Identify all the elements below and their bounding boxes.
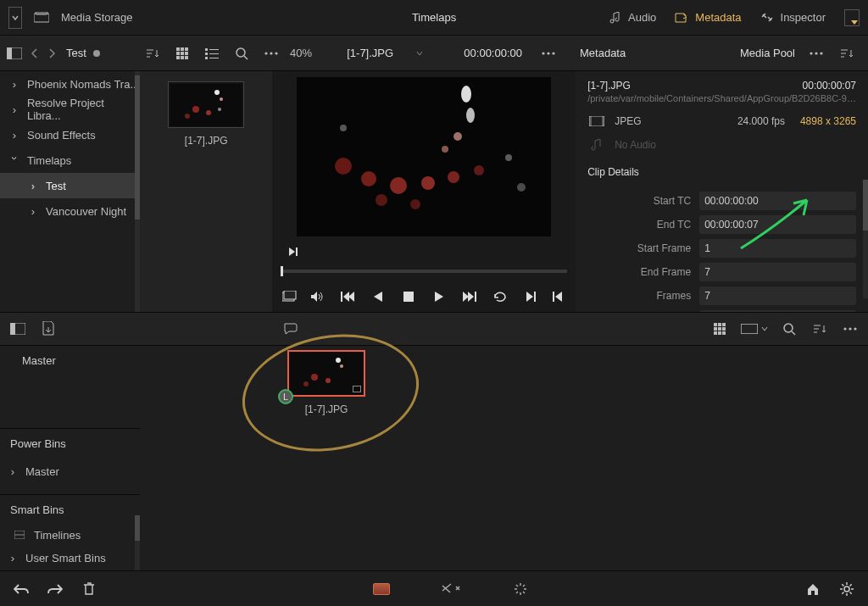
sort-icon[interactable]	[144, 44, 162, 63]
svg-point-22	[552, 52, 554, 54]
power-bins-header[interactable]: Power Bins	[0, 428, 140, 459]
clip-details-header[interactable]: Clip Details	[587, 166, 856, 178]
meta-filename: [1-7].JPG	[587, 80, 631, 92]
pool-more-icon[interactable]	[841, 320, 860, 338]
annotation-icon[interactable]	[281, 320, 300, 338]
play-icon[interactable]	[430, 287, 448, 306]
top-back-button[interactable]	[8, 7, 22, 29]
metadata-scrollbar[interactable]	[863, 180, 868, 298]
viewer-timecode[interactable]: 00:00:00:00	[464, 47, 522, 59]
viewer-more-icon[interactable]	[539, 44, 558, 63]
media-storage-icon[interactable]	[32, 8, 51, 27]
tree-label: Test	[46, 180, 66, 192]
aspect-icon[interactable]	[741, 320, 768, 338]
frames-value[interactable]: 7	[699, 286, 856, 305]
goto-end-icon[interactable]	[460, 287, 479, 306]
timeline-bin-icon	[14, 525, 25, 544]
video-codec-icon	[587, 112, 606, 131]
media-pool-dropdown[interactable]: Media Pool	[740, 47, 795, 59]
start-frame-value[interactable]: 1	[699, 239, 856, 258]
loop-icon[interactable]	[491, 287, 509, 306]
media-storage-tree: ›Phoenix Nomads Tra... ›Resolve Project …	[0, 71, 140, 312]
viewer-mode-icon[interactable]	[281, 287, 299, 306]
end-frame-value[interactable]: 7	[699, 263, 856, 281]
clip-type-icon	[353, 386, 361, 392]
svg-rect-49	[296, 247, 298, 256]
metadata-sort-icon[interactable]	[837, 44, 856, 63]
inspector-tab[interactable]: Inspector	[760, 11, 826, 24]
cut-page-icon[interactable]	[442, 580, 460, 598]
home-icon[interactable]	[804, 580, 822, 598]
next-frame-icon[interactable]	[284, 242, 303, 261]
viewer-timeline[interactable]	[272, 261, 576, 281]
svg-point-41	[421, 176, 435, 190]
audio-tab[interactable]: Audio	[609, 11, 656, 24]
tree-item-timelaps[interactable]: ›Timelaps	[0, 147, 140, 173]
storage-thumbnail[interactable]	[168, 81, 244, 128]
audio-icon	[609, 12, 621, 24]
list-view-icon[interactable]	[203, 44, 221, 63]
skip-next-icon[interactable]	[548, 287, 567, 306]
viewer-filename-dropdown-icon[interactable]	[410, 44, 429, 63]
tree-scrollbar[interactable]	[135, 71, 140, 312]
tree-item-vancouver[interactable]: ›Vancouver Night	[0, 198, 140, 224]
goto-start-icon[interactable]	[338, 287, 357, 306]
pool-clip-thumbnail[interactable]	[287, 350, 365, 397]
power-bins-master[interactable]: ›Master	[0, 459, 140, 484]
import-icon[interactable]	[39, 320, 58, 338]
breadcrumb-test[interactable]: Test	[66, 47, 100, 59]
pool-sort-icon[interactable]	[810, 320, 829, 338]
svg-point-25	[820, 52, 822, 54]
prev-icon[interactable]	[369, 287, 387, 306]
svg-rect-26	[170, 84, 242, 126]
sidebar-toggle-icon[interactable]	[5, 44, 24, 63]
viewer-canvas[interactable]	[297, 77, 551, 236]
svg-rect-5	[181, 47, 184, 51]
loading-spinner-icon[interactable]	[511, 580, 530, 598]
smart-bin-timelines[interactable]: Timelines	[0, 525, 140, 545]
link-badge-icon: L	[278, 389, 293, 404]
undo-icon[interactable]	[12, 580, 31, 598]
gear-icon[interactable]	[837, 580, 856, 598]
metadata-tab[interactable]: Metadata	[675, 11, 741, 24]
tree-label: Resolve Project Libra...	[27, 97, 140, 122]
end-tc-value[interactable]: 00:00:00:07	[699, 215, 856, 234]
skip-prev-icon[interactable]	[521, 287, 540, 306]
more-icon[interactable]	[262, 44, 280, 63]
media-page-icon[interactable]	[372, 580, 391, 598]
svg-point-37	[442, 146, 448, 153]
nav-fwd-icon[interactable]	[46, 44, 58, 63]
metadata-more-icon[interactable]	[807, 44, 826, 63]
svg-rect-52	[341, 292, 342, 302]
tree-item-resolve[interactable]: ›Resolve Project Libra...	[0, 97, 140, 122]
master-bin-label[interactable]: Master	[0, 346, 140, 375]
tree-item-phoenix[interactable]: ›Phoenix Nomads Tra...	[0, 71, 140, 97]
viewer-zoom[interactable]: 40%	[290, 47, 312, 59]
media-storage-tab[interactable]: Media Storage	[61, 11, 133, 24]
stop-icon[interactable]	[399, 287, 418, 306]
svg-point-20	[542, 52, 544, 54]
media-pool[interactable]: L [1-7].JPG	[140, 346, 868, 570]
top-dropdown-button[interactable]	[844, 9, 860, 26]
speaker-icon[interactable]	[308, 287, 326, 306]
grid-view-icon[interactable]	[174, 44, 192, 63]
svg-rect-59	[602, 116, 604, 126]
pool-sidebar-toggle-icon[interactable]	[8, 320, 27, 338]
tree-item-test[interactable]: ›Test	[0, 173, 140, 198]
search-icon[interactable]	[232, 44, 250, 63]
svg-rect-7	[176, 52, 180, 55]
redo-icon[interactable]	[46, 580, 64, 598]
pool-grid-icon[interactable]	[710, 320, 729, 338]
svg-point-24	[815, 52, 817, 54]
smart-bins-header[interactable]: Smart Bins	[0, 494, 140, 525]
start-tc-value[interactable]: 00:00:00:00	[699, 192, 856, 210]
svg-point-29	[192, 106, 199, 113]
rate-value[interactable]: 24.000	[699, 310, 856, 312]
pool-search-icon[interactable]	[780, 320, 798, 338]
playhead[interactable]	[281, 266, 283, 276]
trash-icon[interactable]	[80, 580, 98, 598]
svg-point-21	[547, 52, 549, 54]
tree-item-sound-effects[interactable]: ›Sound Effects	[0, 122, 140, 147]
user-smart-bins[interactable]: ›User Smart Bins	[0, 545, 140, 570]
nav-back-icon[interactable]	[29, 44, 41, 63]
